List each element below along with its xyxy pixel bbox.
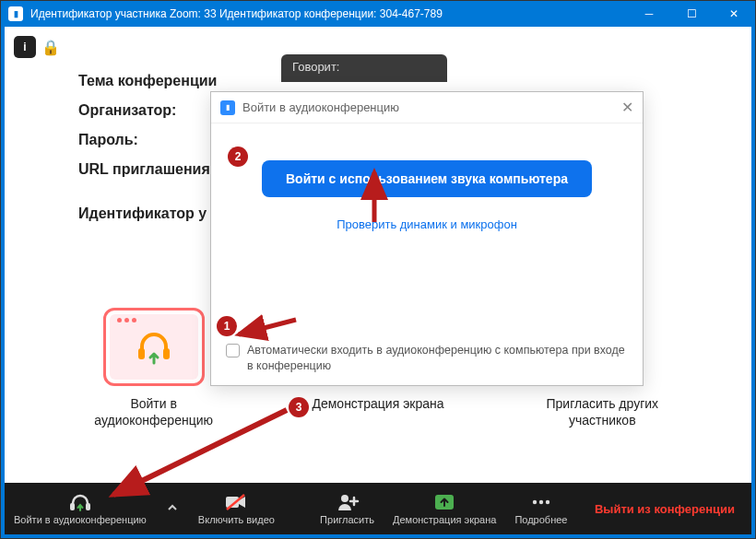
toolbar-share-label: Демонстрация экрана [393,514,496,525]
join-audio-tile[interactable]: Войти в аудиоконференцию [76,308,232,428]
test-speaker-mic-link[interactable]: Проверить динамик и микрофон [337,217,517,231]
main-area: i 🔒 Говорит: Тема конференции Организато… [5,27,751,534]
share-screen-tile-label: Демонстрация экрана [300,395,456,412]
minimize-button[interactable]: ─ [628,1,670,27]
invite-tile-label: Пригласить других участников [524,395,680,428]
svg-point-11 [533,500,537,504]
zoom-logo-icon: ▮ [8,6,23,21]
encryption-icon[interactable]: 🔒 [41,39,60,56]
toolbar-invite-button[interactable]: Пригласить [311,483,384,534]
close-window-button[interactable]: ✕ [713,1,755,27]
meeting-topic-label: Тема конференции [78,73,217,89]
svg-rect-0 [138,348,145,359]
join-with-computer-audio-button[interactable]: Войти с использованием звука компьютера [262,160,592,197]
svg-point-13 [546,500,549,504]
annotation-marker-2: 2 [228,146,248,167]
svg-rect-6 [86,503,90,510]
toolbar-join-audio-label: Войти в аудиоконференцию [14,514,147,525]
toolbar-video-label: Включить видео [198,514,275,525]
meeting-password-label: Пароль: [78,132,217,148]
meeting-host-label: Организатор: [78,102,217,119]
join-audio-dialog: ▮ Войти в аудиоконференцию ✕ Войти с исп… [210,91,644,386]
speaking-label: Говорит: [292,60,339,74]
join-audio-tile-label: Войти в аудиоконференцию [76,395,232,428]
headphones-icon [133,326,175,369]
svg-rect-5 [70,503,75,510]
svg-point-12 [539,500,543,504]
svg-point-9 [341,495,348,502]
auto-join-audio-label: Автоматически входить в аудиоконференцию… [247,343,628,374]
zoom-logo-icon: ▮ [220,100,235,115]
window-title: Идентификатор участника Zoom: 33 Идентиф… [30,7,628,20]
meeting-toolbar: Войти в аудиоконференцию Включить видео [5,483,751,534]
speaking-indicator: Говорит: [281,54,447,82]
toolbar-more-button[interactable]: Подробнее [505,483,576,534]
toolbar-invite-label: Пригласить [320,514,374,525]
toolbar-join-audio-button[interactable]: Войти в аудиоконференцию [5,483,156,534]
invite-icon [336,493,360,511]
meeting-info-icon[interactable]: i [14,36,36,58]
audio-options-chevron[interactable] [156,502,189,515]
toolbar-share-button[interactable]: Демонстрация экрана [384,483,505,534]
auto-join-audio-checkbox[interactable] [226,344,240,357]
toolbar-video-button[interactable]: Включить видео [189,483,284,534]
meeting-id-label: Идентификатор у [78,205,217,222]
meeting-url-label: URL приглашения [78,161,217,178]
chevron-up-icon [167,502,178,513]
headphones-icon [68,492,92,512]
leave-meeting-button[interactable]: Выйти из конференции [595,502,735,516]
more-icon [529,493,553,511]
annotation-marker-3: 3 [289,397,309,417]
dialog-title: Войти в аудиоконференцию [242,100,399,114]
svg-rect-1 [163,348,170,359]
dialog-close-button[interactable]: ✕ [621,99,633,116]
maximize-button[interactable]: ☐ [670,1,713,27]
meeting-info-panel: Тема конференции Организатор: Пароль: UR… [78,73,217,235]
share-screen-icon [432,493,456,511]
annotation-marker-1: 1 [217,316,237,336]
video-off-icon [224,493,248,511]
toolbar-more-label: Подробнее [514,514,567,525]
window-titlebar: ▮ Идентификатор участника Zoom: 33 Идент… [1,1,755,27]
